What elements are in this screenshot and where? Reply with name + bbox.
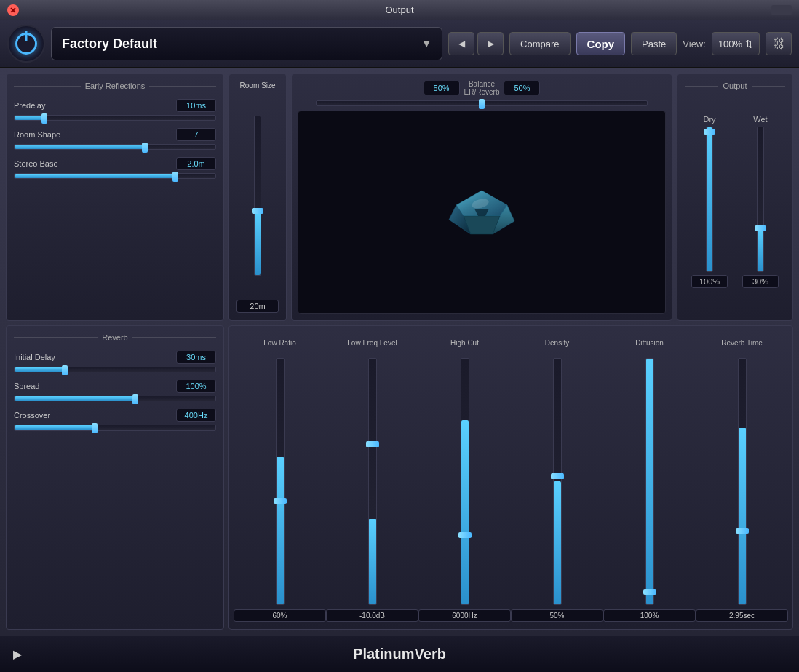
vert-fader-thumb-5[interactable]	[736, 528, 749, 534]
dry-slider[interactable]	[706, 127, 713, 272]
vert-fader-thumb-4[interactable]	[643, 589, 656, 595]
initial-delay-slider[interactable]	[14, 367, 216, 372]
vert-fader-track-2[interactable]	[461, 358, 469, 605]
spread-label: Spread 100%	[14, 380, 216, 393]
vert-fader-thumb-1[interactable]	[366, 441, 379, 447]
title-bar-title: Output	[385, 4, 413, 15]
compare-button[interactable]: Compare	[509, 32, 570, 55]
view-value: 100%	[718, 39, 742, 49]
predelay-fill	[15, 116, 44, 120]
view-select[interactable]: 100% ⇅	[712, 32, 760, 55]
wet-fader-col: Wet 30%	[742, 115, 779, 288]
spread-fill	[15, 396, 135, 401]
output-panel: Output Dry 100% Wet	[677, 73, 793, 321]
vert-fader-value-5[interactable]: 2.95sec	[696, 609, 788, 622]
stereo-base-thumb[interactable]	[172, 172, 178, 182]
link-button[interactable]: ⛓	[766, 32, 792, 55]
dry-thumb[interactable]	[704, 129, 715, 135]
room-shape-thumb[interactable]	[142, 143, 148, 153]
vert-fader-col-2: High Cut6000Hz	[418, 333, 511, 622]
vert-fader-value-3[interactable]: 50%	[511, 609, 603, 622]
room-size-slider[interactable]	[254, 116, 261, 276]
dry-value[interactable]: 100%	[691, 275, 728, 288]
room-shape-visualization	[431, 169, 533, 256]
balance-left-value[interactable]: 50%	[424, 81, 460, 95]
vert-fader-thumb-3[interactable]	[551, 473, 564, 479]
preset-name: Factory Default	[62, 36, 157, 52]
initial-delay-value[interactable]: 30ms	[176, 351, 216, 364]
vert-fader-thumb-0[interactable]	[274, 498, 287, 504]
stereo-base-value[interactable]: 2.0m	[176, 157, 216, 170]
crossover-slider[interactable]	[14, 425, 216, 431]
room-shape-param: Room Shape 7	[14, 128, 216, 150]
vert-fader-track-0[interactable]	[276, 358, 285, 605]
balance-right-value[interactable]: 50%	[504, 81, 540, 95]
vert-fader-thumb-2[interactable]	[458, 532, 472, 538]
predelay-label: Predelay 10ms	[14, 99, 216, 112]
top-section: Early Reflections Predelay 10ms Room Sha…	[6, 73, 793, 321]
plugin-body: Early Reflections Predelay 10ms Room Sha…	[0, 68, 799, 636]
room-size-thumb[interactable]	[252, 208, 263, 214]
early-reflections-title: Early Reflections	[14, 81, 216, 90]
vert-fader-track-5[interactable]	[738, 358, 747, 605]
vert-fader-track-1[interactable]	[368, 358, 377, 605]
vert-fader-value-2[interactable]: 6000Hz	[418, 609, 511, 622]
vert-fader-title-4: Diffusion	[635, 333, 664, 353]
crossover-fill	[15, 425, 95, 430]
predelay-slider[interactable]	[14, 115, 216, 121]
predelay-value[interactable]: 10ms	[176, 99, 216, 112]
early-reflections-panel: Early Reflections Predelay 10ms Room Sha…	[6, 73, 224, 321]
preset-dropdown[interactable]: Factory Default ▼	[51, 27, 442, 60]
crossover-value[interactable]: 400Hz	[176, 409, 216, 422]
room-size-value[interactable]: 20m	[236, 300, 279, 313]
initial-delay-thumb[interactable]	[62, 365, 68, 375]
vert-fader-title-2: High Cut	[450, 333, 479, 353]
vert-fader-value-4[interactable]: 100%	[603, 609, 696, 622]
vert-fader-fill-1	[369, 519, 376, 604]
room-size-fill	[255, 211, 261, 274]
spread-value[interactable]: 100%	[176, 380, 216, 393]
wet-label: Wet	[753, 115, 767, 124]
room-shape-label: Room Shape 7	[14, 128, 216, 141]
balance-slider[interactable]	[316, 100, 647, 106]
close-button[interactable]	[7, 4, 19, 16]
spread-thumb[interactable]	[132, 394, 138, 404]
output-faders: Dry 100% Wet	[685, 99, 785, 288]
initial-delay-param: Initial Delay 30ms	[14, 351, 216, 372]
predelay-thumb[interactable]	[41, 113, 47, 124]
vert-fader-fill-3	[554, 481, 561, 604]
vert-fader-value-0[interactable]: 60%	[234, 609, 326, 622]
reverb-title: Reverb	[14, 333, 216, 342]
vert-fader-fill-0	[277, 457, 284, 604]
vert-fader-col-0: Low Ratio60%	[234, 333, 326, 622]
paste-button[interactable]: Paste	[631, 32, 677, 55]
power-button[interactable]	[7, 25, 45, 63]
view-arrows-icon: ⇅	[745, 39, 753, 49]
room-shape-slider[interactable]	[14, 144, 216, 150]
wet-fill	[758, 228, 763, 271]
link-icon: ⛓	[772, 36, 785, 52]
crossover-thumb[interactable]	[92, 423, 98, 433]
vert-faders-group: Low Ratio60%Low Freq Level-10.0dBHigh Cu…	[228, 325, 793, 630]
room-shape-value[interactable]: 7	[176, 128, 216, 141]
vert-fader-value-1[interactable]: -10.0dB	[326, 609, 418, 622]
vert-fader-title-1: Low Freq Level	[347, 333, 397, 353]
stereo-base-slider[interactable]	[14, 173, 216, 179]
spread-slider[interactable]	[14, 396, 216, 401]
predelay-param: Predelay 10ms	[14, 99, 216, 121]
spread-param: Spread 100%	[14, 380, 216, 401]
copy-button[interactable]: Copy	[576, 32, 626, 55]
room-size-label: Room Size	[240, 81, 276, 89]
wet-slider[interactable]	[757, 127, 764, 272]
vert-fader-track-4[interactable]	[645, 358, 654, 605]
prev-preset-button[interactable]: ◀	[448, 32, 474, 55]
balance-thumb[interactable]	[479, 99, 485, 109]
wet-value[interactable]: 30%	[742, 275, 779, 288]
vert-fader-track-3[interactable]	[553, 358, 562, 605]
next-preset-button[interactable]: ▶	[477, 32, 504, 55]
play-button[interactable]: ▶	[13, 647, 22, 661]
minimize-button[interactable]	[771, 5, 792, 15]
vert-fader-fill-2	[461, 420, 469, 605]
dry-fill	[707, 127, 712, 271]
wet-thumb[interactable]	[755, 225, 766, 231]
